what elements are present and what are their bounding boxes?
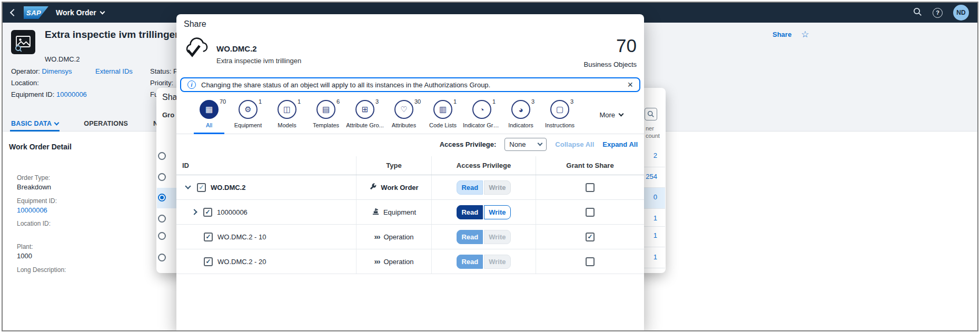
operator-value-link[interactable]: Dimensys xyxy=(42,67,72,75)
sap-logo[interactable]: SAP xyxy=(24,6,48,19)
grant-checkbox-checked[interactable]: ✓ xyxy=(586,233,595,241)
field-value: 1000 xyxy=(17,252,33,260)
background-dialog-tab[interactable]: Gro xyxy=(162,111,174,119)
header-actions: Share ☆ xyxy=(773,30,809,39)
equipment-label: Equipment ID: xyxy=(11,90,54,98)
read-button[interactable]: Read xyxy=(457,230,483,244)
share-button[interactable]: Share xyxy=(773,31,791,38)
tab-basic-data[interactable]: BASIC DATA xyxy=(10,120,60,131)
table-search-button[interactable] xyxy=(645,108,657,120)
row-checkbox-checked[interactable]: ✓ xyxy=(203,208,212,217)
row-radio[interactable] xyxy=(158,215,166,223)
read-button[interactable]: Read xyxy=(457,255,483,269)
field-label: Long Description: xyxy=(17,266,66,274)
equipment-field: Equipment ID: 10000006 xyxy=(11,90,87,98)
equipment-value-link[interactable]: 10000006 xyxy=(56,90,87,98)
indicators-glyph: ◕ xyxy=(518,105,523,114)
row-checkbox-checked[interactable]: ✓ xyxy=(204,257,213,266)
icon-tab-attributes[interactable]: ♡ 30 Attributes xyxy=(384,96,423,134)
help-glyph: ? xyxy=(936,9,939,16)
sap-logo-text: SAP xyxy=(26,9,41,17)
access-privilege-toggle: Read Write xyxy=(457,255,510,269)
grant-checkbox[interactable]: ✓ xyxy=(586,183,595,192)
grant-checkbox[interactable]: ✓ xyxy=(586,257,595,266)
more-button[interactable]: More xyxy=(599,111,623,119)
tab-label: Instructions xyxy=(545,122,575,128)
page-subtitle: WO.DMC.2 xyxy=(45,55,80,63)
app-title-menu[interactable]: Work Order xyxy=(56,8,104,17)
column-access-privilege: Access Privilege xyxy=(431,156,536,175)
tab-count: 3 xyxy=(375,98,379,105)
row-radio-selected[interactable] xyxy=(158,194,166,201)
field-location-id: Location ID: xyxy=(17,220,51,229)
grant-checkbox[interactable]: ✓ xyxy=(586,208,595,217)
icon-tab-indicator-groups[interactable]: ◔ 1 Indicator Gro... xyxy=(462,96,501,134)
tab-count: 1 xyxy=(453,98,457,105)
external-ids-link[interactable]: External IDs xyxy=(95,67,133,75)
icon-tab-indicators[interactable]: ◕ 3 Indicators xyxy=(501,96,540,134)
operation-icon: ››› xyxy=(374,258,380,265)
access-privilege-toggle: Read Write xyxy=(457,230,510,244)
collapse-all-button[interactable]: Collapse All xyxy=(555,140,594,148)
table-toolbar: Access Privilege: None Collapse All Expa… xyxy=(440,138,638,151)
write-button[interactable]: Write xyxy=(484,205,510,219)
object-image-icon[interactable] xyxy=(11,30,35,56)
equipment-icon: ⚙ xyxy=(239,100,258,119)
icon-tab-all[interactable]: ▦ 70 All xyxy=(190,96,229,134)
count-column-header: ner count xyxy=(646,125,660,139)
check-icon: ✓ xyxy=(205,258,211,265)
tab-operations[interactable]: OPERATIONS xyxy=(83,120,129,131)
tab-count: 3 xyxy=(531,98,534,105)
icon-tab-models[interactable]: ◫ 1 Models xyxy=(268,96,306,134)
expand-row-icon[interactable] xyxy=(191,209,197,215)
row-id: 10000006 xyxy=(217,208,248,216)
attribute-groups-glyph: ⊞ xyxy=(362,105,369,114)
background-dialog-title: Sha xyxy=(162,93,177,102)
row-radio[interactable] xyxy=(158,254,166,261)
icon-tab-attribute-groups[interactable]: ⊞ 3 Attribute Gro... xyxy=(345,96,384,134)
equipment-id-link[interactable]: 10000006 xyxy=(17,206,57,214)
row-radio[interactable] xyxy=(158,152,166,160)
app-frame: SAP Work Order ? ND Extra inspectie xyxy=(2,2,978,331)
row-type: Operation xyxy=(383,233,413,241)
read-button[interactable]: Read xyxy=(457,180,483,195)
access-privilege-select[interactable]: None xyxy=(504,138,547,151)
business-objects-count: 70 xyxy=(616,36,637,55)
templates-icon: ▤ xyxy=(316,100,335,119)
search-icon[interactable] xyxy=(913,7,922,18)
table-row: ✓ WO.DMC.2 Work Order Read Write ✓ xyxy=(176,175,644,200)
shell-actions: ? ND xyxy=(913,5,969,21)
row-radio[interactable] xyxy=(158,173,166,181)
row-checkbox-checked[interactable]: ✓ xyxy=(197,183,206,192)
back-icon[interactable] xyxy=(10,9,17,16)
row-radio[interactable] xyxy=(158,232,166,240)
close-icon[interactable]: × xyxy=(627,80,633,89)
row-id: WO.DMC.2 xyxy=(211,184,245,191)
field-equipment-id: Equipment ID: 10000006 xyxy=(17,197,57,214)
write-button[interactable]: Write xyxy=(484,230,510,244)
tab-basic-data-label: BASIC DATA xyxy=(11,120,52,127)
row-divider xyxy=(643,226,665,227)
icon-tab-templates[interactable]: ▤ 6 Templates xyxy=(306,96,345,134)
expand-all-button[interactable]: Expand All xyxy=(602,140,638,148)
collapse-row-icon[interactable] xyxy=(185,183,191,189)
write-button[interactable]: Write xyxy=(484,255,510,269)
work-order-icon xyxy=(369,183,377,193)
icon-tab-equipment[interactable]: ⚙ 1 Equipment xyxy=(229,96,268,134)
object-description: Extra inspectie ivm trillingen xyxy=(216,57,301,65)
read-button[interactable]: Read xyxy=(457,205,483,219)
tab-count: 1 xyxy=(492,98,496,105)
favorite-star-icon[interactable]: ☆ xyxy=(801,30,809,39)
help-icon[interactable]: ? xyxy=(933,8,943,18)
column-grant-to-share: Grant to Share xyxy=(536,156,644,175)
row-checkbox-checked[interactable]: ✓ xyxy=(204,233,213,241)
icon-tab-instructions[interactable]: ▢ 3 Instructions xyxy=(540,96,579,134)
indicators-icon: ◕ xyxy=(511,100,530,119)
avatar[interactable]: ND xyxy=(953,5,969,21)
chevron-down-icon xyxy=(100,9,105,14)
row-divider xyxy=(643,247,665,247)
field-long-description: Long Description: xyxy=(17,266,66,275)
write-button[interactable]: Write xyxy=(484,180,510,195)
icon-tab-code-lists[interactable]: ▥ 1 Code Lists xyxy=(423,96,462,134)
location-label: Location: xyxy=(11,79,39,87)
